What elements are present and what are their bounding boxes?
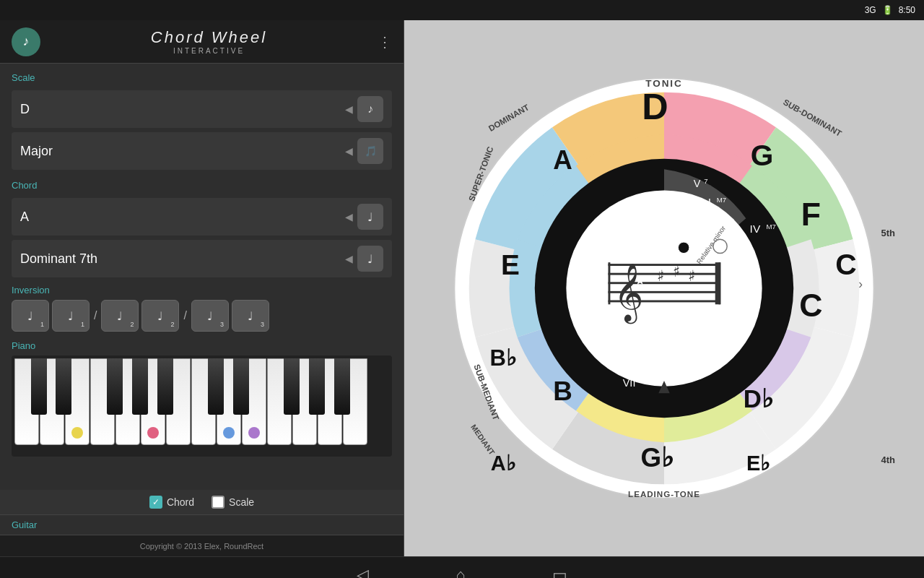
left-panel: ♪ Chord Wheel INTERACTIVE ⋮ Scale D ◀ ♪ …: [0, 20, 404, 556]
dominant-label: DOMINANT: [487, 102, 531, 133]
inv-sub-1b: 1: [81, 321, 84, 328]
inv-sub-1a: 1: [40, 321, 44, 328]
recent-button[interactable]: ▭: [552, 566, 567, 579]
inv-note-icon-1b: ♩: [68, 309, 74, 323]
scale-checkbox[interactable]: [212, 496, 225, 509]
chord-value-row[interactable]: A ◀ ♩: [12, 198, 392, 236]
sharp-1: ♯: [657, 267, 664, 285]
III-m7-label: III: [597, 321, 606, 332]
inv-note-icon-1a: ♩: [27, 309, 33, 323]
chord-type-row[interactable]: Dominant 7th ◀ ♩: [12, 240, 392, 277]
wheel-container: 5th 4th: [440, 35, 888, 541]
guitar-label: Guitar: [0, 514, 404, 535]
inversion-btn-2b[interactable]: ♩ 2: [141, 300, 179, 332]
right-arrow: ›: [858, 277, 863, 291]
scale-value-icon-btn[interactable]: ♪: [357, 96, 383, 122]
app-title: Chord Wheel INTERACTIVE: [40, 28, 378, 55]
chord-checkbox[interactable]: ✓: [149, 496, 162, 509]
scale-type-row[interactable]: Major ◀ 🎵: [12, 132, 392, 170]
inv-note-icon-2b: ♩: [157, 309, 163, 323]
scale-type-arrow: ◀: [345, 145, 353, 157]
VI-m7-label: VI: [596, 254, 606, 266]
scale-checkbox-item[interactable]: Scale: [212, 496, 254, 509]
black-key-gs[interactable]: [132, 358, 148, 415]
inversion-btn-1b[interactable]: ♩ 1: [52, 300, 90, 332]
black-key-as[interactable]: [157, 358, 173, 415]
menu-button[interactable]: ⋮: [378, 33, 392, 51]
inversion-btn-3b[interactable]: ♩ 3: [232, 300, 269, 332]
inv-note-icon-3a: ♩: [207, 309, 213, 323]
chord-value: A: [20, 210, 29, 225]
scale-value: D: [20, 102, 30, 117]
nav-bar: ◁ ⌂ ▭: [0, 556, 924, 578]
inv-note-icon-3b: ♩: [248, 309, 253, 323]
inv-sub-2b: 2: [170, 321, 174, 328]
note-c-outer: C: [835, 248, 856, 281]
note-a-flat-label: A♭: [491, 452, 516, 475]
black-key-cs[interactable]: [31, 358, 47, 415]
back-button[interactable]: ◁: [357, 566, 369, 579]
inversion-sep-1: /: [92, 309, 98, 322]
black-key-ds2[interactable]: [233, 358, 249, 415]
fifth-label: 5th: [881, 228, 896, 238]
inner-white: [566, 190, 762, 386]
chord-checkbox-label: Chord: [167, 496, 194, 508]
chord-label: Chord: [12, 180, 392, 191]
chord-value-icon-btn[interactable]: ♩: [357, 204, 383, 230]
inv-sub-2a: 2: [130, 321, 134, 328]
inversion-btn-1a[interactable]: ♩ 1: [12, 300, 49, 332]
sharp-2: ♯: [673, 263, 680, 280]
black-key-fs2[interactable]: [284, 358, 300, 415]
app-title-text: Chord Wheel: [40, 28, 378, 47]
black-keys-layer: [14, 358, 392, 415]
note-c-label: C: [799, 288, 822, 323]
scale-type-actions: ◀ 🎵: [345, 138, 383, 164]
chord-type-icon-btn[interactable]: ♩: [357, 246, 383, 272]
I-M7-sub: M7: [717, 196, 726, 204]
VII-m7-sub: m7-5: [643, 376, 659, 384]
inv-sub-3b: 3: [261, 321, 264, 328]
chord-type-arrow: ◀: [345, 253, 353, 264]
inversion-section: Inversion ♩ 1 ♩ 1 / ♩ 2: [12, 285, 392, 332]
VI-m7-sub: m7: [611, 254, 620, 262]
controls-area: Scale D ◀ ♪ Major ◀ 🎵 Chord A: [0, 64, 404, 490]
staff-barline-left: [609, 262, 611, 304]
root-label: ROOT: [673, 233, 695, 242]
scale-value-row[interactable]: D ◀ ♪: [12, 90, 392, 128]
II-m7-label: II: [648, 199, 653, 210]
home-button[interactable]: ⌂: [456, 566, 465, 579]
staff-barline-thick: [715, 262, 720, 304]
IV-M7-label: IV: [750, 223, 761, 235]
copyright: Copyright © 2013 Elex, RoundRect: [0, 535, 404, 556]
VII-m7-label: VII: [623, 377, 636, 389]
note-g-label: G: [751, 139, 774, 172]
black-key-as2[interactable]: [334, 358, 350, 415]
black-key-fs[interactable]: [107, 358, 123, 415]
inversion-btn-3a[interactable]: ♩ 3: [191, 300, 229, 332]
right-panel[interactable]: 5th 4th: [404, 20, 924, 556]
star-symbol: ★: [635, 273, 645, 288]
chord-type-actions: ◀ ♩: [345, 246, 383, 272]
status-bar: 3G 🔋 8:50: [0, 0, 924, 20]
sharp-3: ♯: [688, 267, 695, 285]
inv-sub-3a: 3: [220, 321, 224, 328]
scale-checkbox-label: Scale: [229, 496, 254, 508]
black-key-ds[interactable]: [56, 358, 71, 415]
V-7-label: V: [694, 178, 701, 189]
chord-value-arrow: ◀: [345, 211, 353, 223]
chord-checkbox-item[interactable]: ✓ Chord: [149, 496, 194, 509]
inversion-btn-2a[interactable]: ♩ 2: [101, 300, 139, 332]
root-circle: [678, 242, 689, 254]
checkbox-row: ✓ Chord Scale: [0, 490, 404, 514]
app-header: ♪ Chord Wheel INTERACTIVE ⋮: [0, 20, 404, 64]
scale-type-icon-btn[interactable]: 🎵: [357, 138, 383, 164]
chord-wheel-svg[interactable]: 𝄞 ♯ ♯ ♯ D G A E B G♭ D♭ C F: [440, 43, 888, 534]
note-f-label: F: [801, 197, 821, 232]
inversion-sep-2: /: [182, 309, 188, 322]
note-d-label: D: [642, 86, 668, 127]
black-key-cs2[interactable]: [208, 358, 224, 415]
leading-tone-label: LEADING-TONE: [628, 489, 700, 499]
scale-label: Scale: [12, 72, 392, 83]
note-b-label: B: [553, 376, 572, 406]
black-key-gs2[interactable]: [309, 358, 325, 415]
